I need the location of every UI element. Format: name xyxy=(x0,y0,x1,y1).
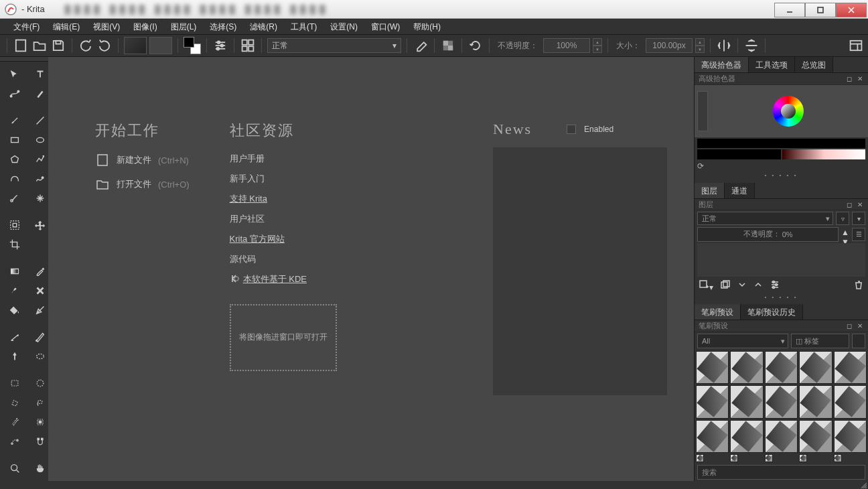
brush-preset[interactable] xyxy=(799,385,832,418)
polygon-tool[interactable] xyxy=(4,151,25,168)
bezier-tool[interactable] xyxy=(4,170,25,188)
menu-window[interactable]: 窗口(W) xyxy=(364,19,407,35)
drop-zone[interactable]: 将图像拖进窗口即可打开 xyxy=(230,304,337,371)
menu-filter[interactable]: 滤镜(R) xyxy=(243,19,284,35)
link-website[interactable]: Krita 官方网站 xyxy=(230,233,337,245)
color-history[interactable] xyxy=(695,137,868,161)
mirror-h-icon[interactable] xyxy=(716,38,732,54)
tab-color-picker[interactable]: 高级拾色器 xyxy=(695,57,749,72)
delete-layer-icon[interactable] xyxy=(853,279,864,292)
new-file-link[interactable]: 新建文件 (Ctrl+N) xyxy=(95,153,190,167)
brush-preset[interactable] xyxy=(834,351,867,384)
minimize-button[interactable] xyxy=(774,3,805,17)
mirror-v-icon[interactable] xyxy=(743,38,760,54)
preset-search-input[interactable]: 搜索 xyxy=(697,465,865,480)
workspace-icon[interactable] xyxy=(240,38,256,54)
blend-mode-combo[interactable]: 正常▾ xyxy=(267,38,401,53)
duplicate-layer-icon[interactable] xyxy=(720,279,731,292)
color-wheel[interactable] xyxy=(773,96,804,127)
brush-preset[interactable] xyxy=(799,420,832,453)
close-dock-icon[interactable]: ✕ xyxy=(856,322,864,330)
brush-preset[interactable] xyxy=(765,454,773,462)
rectangle-tool[interactable] xyxy=(4,131,25,149)
tab-brush-history[interactable]: 笔刷预设历史 xyxy=(741,304,803,320)
float-icon[interactable]: ◻ xyxy=(845,74,853,82)
color-picker[interactable] xyxy=(695,85,868,137)
measure-tool[interactable] xyxy=(4,328,25,346)
preset-tag-combo[interactable]: ◫ 标签 xyxy=(791,334,849,348)
link-support[interactable]: 支持 Krita xyxy=(230,193,337,205)
size-input[interactable]: 100.00px xyxy=(646,38,693,53)
tab-brush-presets[interactable]: 笔刷预设 xyxy=(695,304,741,320)
contiguous-select-tool[interactable] xyxy=(4,413,25,431)
edit-shapes-tool[interactable] xyxy=(4,85,25,102)
gradient-preview[interactable] xyxy=(124,37,147,54)
brush-preset[interactable] xyxy=(730,351,763,384)
dock-divider-2[interactable]: • • • • • xyxy=(695,294,868,305)
brush-preset[interactable] xyxy=(730,420,763,453)
brush-preset[interactable] xyxy=(834,420,867,453)
bezier-select-tool[interactable] xyxy=(4,433,25,450)
menu-image[interactable]: 图像(I) xyxy=(127,19,163,35)
open-file-link[interactable]: 打开文件 (Ctrl+O) xyxy=(95,177,190,192)
float-icon[interactable]: ◻ xyxy=(845,200,853,208)
menu-layer[interactable]: 图层(L) xyxy=(164,19,204,35)
brush-preset[interactable] xyxy=(696,385,729,418)
brush-preset[interactable] xyxy=(765,351,798,384)
layer-settings-icon[interactable] xyxy=(770,279,780,292)
fill-tool[interactable] xyxy=(4,301,25,319)
pattern-preview[interactable] xyxy=(149,37,172,54)
menu-view[interactable]: 视图(V) xyxy=(86,19,127,35)
picker-mode-button[interactable] xyxy=(697,91,708,131)
move-tool[interactable] xyxy=(4,216,25,234)
menu-setting[interactable]: 设置(N) xyxy=(323,19,364,35)
open-button[interactable] xyxy=(31,38,48,54)
float-icon[interactable]: ◻ xyxy=(845,322,853,330)
add-filter-icon[interactable]: ▾ xyxy=(852,212,865,225)
rect-select-tool[interactable] xyxy=(4,374,25,392)
tab-overview[interactable]: 总览图 xyxy=(795,57,833,72)
add-layer-icon[interactable]: ▾ xyxy=(699,279,713,292)
menu-file[interactable]: 文件(F) xyxy=(7,19,46,35)
layer-opacity-slider[interactable]: 不透明度： 0% xyxy=(697,227,839,242)
close-dock-icon[interactable]: ✕ xyxy=(856,200,864,208)
layer-opacity-spinner[interactable]: ▲▼ xyxy=(841,228,849,241)
filter-icon[interactable]: ▿ xyxy=(836,212,849,225)
layer-list[interactable] xyxy=(697,243,865,277)
brush-preset[interactable] xyxy=(765,420,798,453)
brush-preset[interactable] xyxy=(765,385,798,418)
tab-channels[interactable]: 通道 xyxy=(725,183,755,198)
brush-preset[interactable] xyxy=(730,385,763,418)
brush-settings-icon[interactable] xyxy=(212,38,228,54)
pin-tool[interactable] xyxy=(4,348,25,365)
close-button[interactable] xyxy=(836,3,867,17)
preset-filter-combo[interactable]: All▾ xyxy=(697,334,788,348)
crop-tool[interactable] xyxy=(4,236,25,253)
brush-preset[interactable] xyxy=(799,454,807,462)
new-file-button[interactable] xyxy=(13,38,29,54)
layer-props-icon[interactable]: ☰ xyxy=(852,228,865,241)
undo-button[interactable] xyxy=(78,38,94,54)
news-enabled-checkbox[interactable] xyxy=(567,125,576,134)
brush-tool[interactable] xyxy=(4,112,25,129)
pattern-tool[interactable] xyxy=(4,282,25,299)
menu-select[interactable]: 选择(S) xyxy=(203,19,243,35)
dynamic-brush-tool[interactable] xyxy=(4,190,25,207)
layer-blend-combo[interactable]: 正常▾ xyxy=(697,212,833,225)
link-source[interactable]: 源代码 xyxy=(230,253,337,265)
poly-select-tool[interactable] xyxy=(4,394,25,411)
tab-tool-options[interactable]: 工具选项 xyxy=(749,57,795,72)
resize-grip[interactable] xyxy=(860,481,867,488)
workspace-chooser-icon[interactable] xyxy=(848,38,864,54)
brush-preset[interactable] xyxy=(696,454,704,462)
color-swatches[interactable] xyxy=(184,37,201,54)
preset-view-icon[interactable] xyxy=(852,334,865,348)
save-button[interactable] xyxy=(50,38,66,54)
brush-preset[interactable] xyxy=(696,351,729,384)
alpha-lock-icon[interactable] xyxy=(440,38,456,54)
brush-preset[interactable] xyxy=(834,454,842,462)
redo-button[interactable] xyxy=(96,38,113,54)
link-kde[interactable]: 本软件基于 KDE xyxy=(230,273,337,285)
move-up-icon[interactable] xyxy=(753,280,763,291)
reload-preset-icon[interactable] xyxy=(467,38,484,54)
